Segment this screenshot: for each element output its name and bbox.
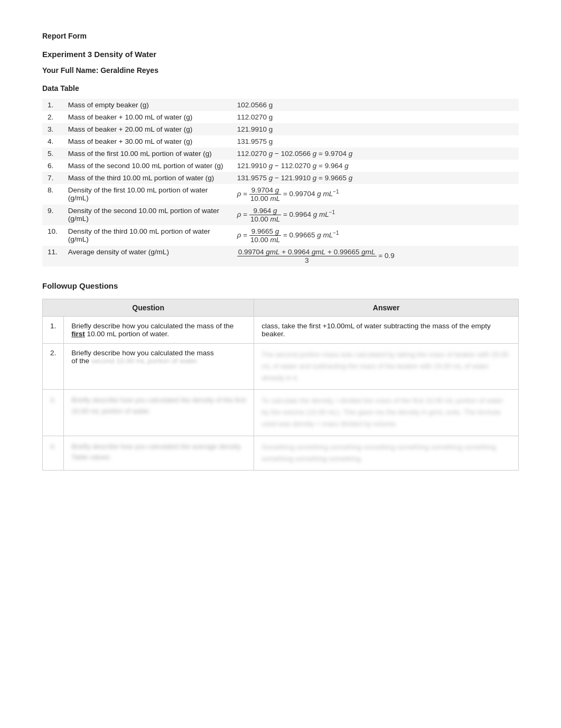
qa-row: 1.Briefly describe how you calculated th… xyxy=(43,317,519,344)
table-row: 5.Mass of the first 10.00 mL portion of … xyxy=(42,148,519,160)
col-answer-header: Answer xyxy=(254,299,519,317)
data-table-title: Data Table xyxy=(42,84,519,93)
table-row: 3.Mass of beaker + 20.00 mL of water (g)… xyxy=(42,123,519,135)
row-number: 10. xyxy=(42,225,63,246)
table-row: 9.Density of the second 10.00 mL portion… xyxy=(42,205,519,225)
row-label: Mass of the first 10.00 mL portion of wa… xyxy=(63,148,232,160)
row-number: 4. xyxy=(42,135,63,148)
table-row: 6.Mass of the second 10.00 mL portion of… xyxy=(42,160,519,172)
qa-answer: class, take the first +10.00mL of water … xyxy=(254,317,519,344)
table-row: 2.Mass of beaker + 10.00 mL of water (g)… xyxy=(42,111,519,123)
qa-table: Question Answer 1.Briefly describe how y… xyxy=(42,299,519,471)
row-value: ρ = 9.9665 g10.00 mL = 0.99665 g mL−1 xyxy=(232,225,519,246)
row-number: 1. xyxy=(42,99,63,111)
followup-section: Followup Questions Question Answer 1.Bri… xyxy=(42,281,519,471)
qa-answer: To calculate the density, I divided the … xyxy=(254,390,519,436)
col-question-header: Question xyxy=(43,299,254,317)
row-label: Mass of the second 10.00 mL portion of w… xyxy=(63,160,232,172)
qa-number: 3. xyxy=(43,390,64,436)
row-number: 8. xyxy=(42,184,63,205)
table-row: 8.Density of the first 10.00 mL portion … xyxy=(42,184,519,205)
row-label: Average density of water (g/mL) xyxy=(63,246,232,266)
qa-question: Briefly describe how you calculated the … xyxy=(64,344,254,390)
row-value: 102.0566 g xyxy=(232,99,519,111)
row-value: 112.0270 g xyxy=(232,111,519,123)
row-label: Mass of the third 10.00 mL portion of wa… xyxy=(63,172,232,184)
table-row: 4.Mass of beaker + 30.00 mL of water (g)… xyxy=(42,135,519,148)
row-label: Density of the third 10.00 mL portion of… xyxy=(63,225,232,246)
row-value: 112.0270 g − 102.0566 g = 9.9704 g xyxy=(232,148,519,160)
row-label: Density of the first 10.00 mL portion of… xyxy=(63,184,232,205)
table-row: 11.Average density of water (g/mL)0.9970… xyxy=(42,246,519,266)
qa-question: Briefly describe how you calculated the … xyxy=(64,390,254,436)
qa-question: Briefly describe how you calculated the … xyxy=(64,317,254,344)
qa-number: 2. xyxy=(43,344,64,390)
qa-row: 2.Briefly describe how you calculated th… xyxy=(43,344,519,390)
row-number: 7. xyxy=(42,172,63,184)
row-value: 131.9575 g − 121.9910 g = 9.9665 g xyxy=(232,172,519,184)
qa-number: 4. xyxy=(43,436,64,470)
row-value: ρ = 9.964 g10.00 mL = 0.9964 g mL−1 xyxy=(232,205,519,225)
row-label: Mass of beaker + 30.00 mL of water (g) xyxy=(63,135,232,148)
row-number: 5. xyxy=(42,148,63,160)
name-line: Your Full Name: Geraldine Reyes xyxy=(42,66,519,75)
row-value: 131.9575 g xyxy=(232,135,519,148)
row-label: Mass of beaker + 20.00 mL of water (g) xyxy=(63,123,232,135)
qa-answer: The second portion mass was calculated b… xyxy=(254,344,519,390)
row-number: 3. xyxy=(42,123,63,135)
followup-title: Followup Questions xyxy=(42,281,519,290)
qa-answer: Something something something something … xyxy=(254,436,519,470)
qa-number: 1. xyxy=(43,317,64,344)
row-value: 121.9910 g − 112.0270 g = 9.964 g xyxy=(232,160,519,172)
data-table: 1.Mass of empty beaker (g)102.0566 g2.Ma… xyxy=(42,99,519,266)
row-value: ρ = 9.9704 g10.00 mL = 0.99704 g mL−1 xyxy=(232,184,519,205)
row-value: 0.99704 gmL + 0.9964 gmL + 0.99665 gmL3 … xyxy=(232,246,519,266)
table-row: 10.Density of the third 10.00 mL portion… xyxy=(42,225,519,246)
row-value: 121.9910 g xyxy=(232,123,519,135)
table-row: 1.Mass of empty beaker (g)102.0566 g xyxy=(42,99,519,111)
table-row: 7.Mass of the third 10.00 mL portion of … xyxy=(42,172,519,184)
experiment-title: Experiment 3 Density of Water xyxy=(42,50,519,59)
row-label: Mass of beaker + 10.00 mL of water (g) xyxy=(63,111,232,123)
row-number: 2. xyxy=(42,111,63,123)
name-label: Your Full Name: xyxy=(42,66,100,75)
row-label: Density of the second 10.00 mL portion o… xyxy=(63,205,232,225)
qa-row: 3.Briefly describe how you calculated th… xyxy=(43,390,519,436)
qa-question: Briefly describe how you calculated the … xyxy=(64,436,254,470)
row-number: 9. xyxy=(42,205,63,225)
report-form-label: Report Form xyxy=(42,32,519,40)
row-number: 6. xyxy=(42,160,63,172)
row-number: 11. xyxy=(42,246,63,266)
name-value: Geraldine Reyes xyxy=(100,66,158,75)
qa-row: 4.Briefly describe how you calculated th… xyxy=(43,436,519,470)
row-label: Mass of empty beaker (g) xyxy=(63,99,232,111)
